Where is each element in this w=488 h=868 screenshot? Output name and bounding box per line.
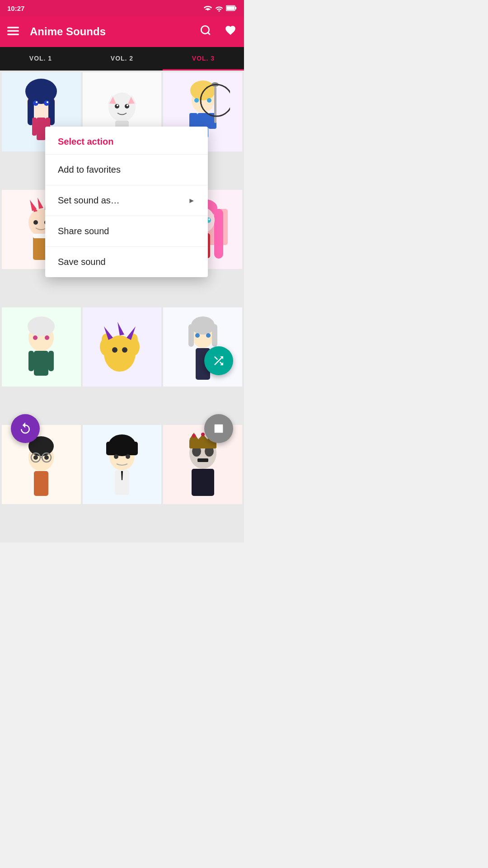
submenu-arrow: ► (188, 197, 195, 205)
context-menu-title: Select action (45, 127, 208, 154)
context-menu-overlay[interactable]: Select action Add to favorites Set sound… (0, 0, 244, 542)
menu-item-favorites[interactable]: Add to favorites (45, 155, 208, 185)
menu-item-set-sound[interactable]: Set sound as… ► (45, 185, 208, 216)
context-menu: Select action Add to favorites Set sound… (45, 127, 208, 277)
menu-item-share-sound[interactable]: Share sound (45, 216, 208, 246)
menu-item-save-sound[interactable]: Save sound (45, 247, 208, 277)
